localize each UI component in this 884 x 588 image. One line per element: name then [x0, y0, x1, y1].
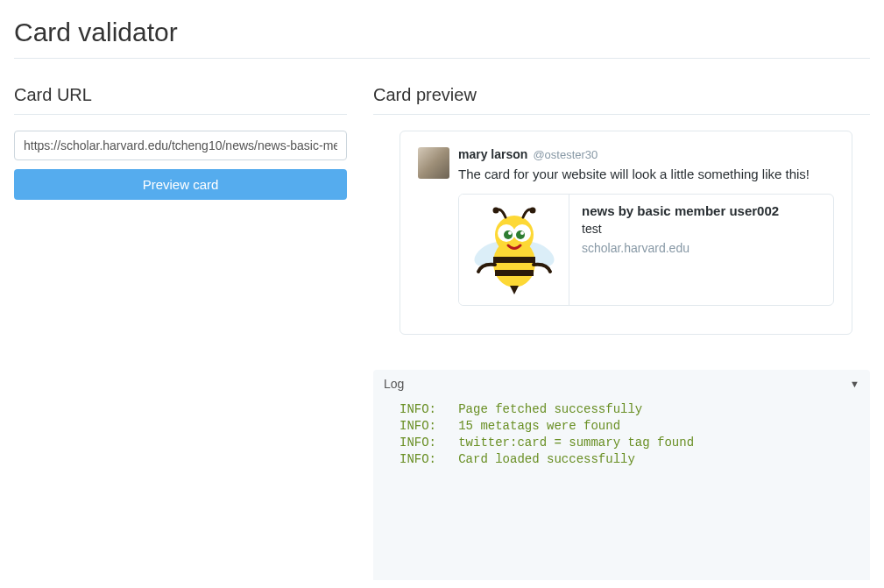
- log-line: INFO: twitter:card = summary tag found: [400, 435, 859, 451]
- svg-point-12: [492, 208, 499, 214]
- svg-rect-3: [493, 257, 535, 263]
- svg-point-11: [520, 231, 524, 235]
- user-line: mary larson @ostester30: [458, 147, 834, 161]
- url-section-title: Card URL: [14, 85, 347, 115]
- page-title: Card validator: [14, 18, 870, 59]
- card-description: test: [582, 222, 821, 236]
- log-title: Log: [384, 377, 404, 391]
- log-line: INFO: Card loaded successfully: [400, 451, 859, 468]
- url-column: Card URL Preview card: [14, 85, 347, 580]
- log-line: INFO: Page fetched successfully: [400, 401, 859, 418]
- card-url-input[interactable]: [14, 131, 347, 160]
- log-toggle-icon[interactable]: ▼: [850, 379, 859, 389]
- tweet-preview-box: mary larson @ostester30 The card for you…: [400, 131, 852, 335]
- avatar: [418, 147, 449, 179]
- card-title: news by basic member user002: [582, 203, 821, 218]
- preview-card-button[interactable]: Preview card: [14, 169, 347, 200]
- log-panel: Log ▼ INFO: Page fetched successfullyINF…: [373, 370, 870, 580]
- main-columns: Card URL Preview card Card preview mary …: [14, 85, 870, 580]
- log-header[interactable]: Log ▼: [373, 370, 870, 398]
- user-handle: @ostester30: [533, 148, 598, 161]
- card-domain: scholar.harvard.edu: [582, 241, 821, 255]
- svg-point-9: [516, 230, 525, 239]
- log-body: INFO: Page fetched successfullyINFO: 15 …: [373, 398, 870, 475]
- card-content: news by basic member user002 test schola…: [569, 195, 833, 305]
- card-summary[interactable]: news by basic member user002 test schola…: [458, 194, 834, 306]
- preview-column: Card preview mary larson @ostester30 The…: [373, 85, 870, 580]
- bee-icon: [466, 202, 562, 298]
- tweet-text: The card for your website will look a li…: [458, 166, 834, 181]
- preview-section-title: Card preview: [373, 85, 870, 115]
- svg-point-8: [504, 230, 513, 239]
- tweet-body: mary larson @ostester30 The card for you…: [458, 147, 834, 306]
- tweet-header: mary larson @ostester30 The card for you…: [418, 147, 834, 306]
- card-image: [459, 195, 569, 305]
- svg-rect-4: [495, 270, 534, 276]
- user-name: mary larson: [458, 147, 527, 161]
- svg-point-13: [529, 208, 535, 214]
- log-line: INFO: 15 metatags were found: [400, 418, 859, 435]
- svg-point-10: [508, 231, 512, 235]
